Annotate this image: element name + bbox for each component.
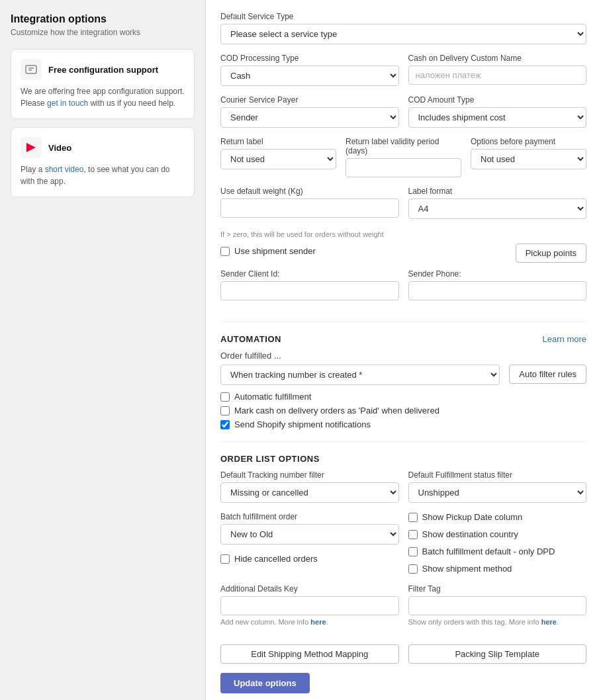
fulfillment-trigger-select[interactable]: When tracking number is created * <box>220 365 500 385</box>
pickup-points-button[interactable]: Pickup points <box>516 243 586 263</box>
short-video-link[interactable]: short video <box>45 165 84 174</box>
hide-cancelled-label: Hide cancelled orders <box>234 554 318 564</box>
update-options-button[interactable]: Update options <box>220 673 310 693</box>
sender-phone-label: Sender Phone: <box>408 269 587 279</box>
batch-fulfillment-order-group: Batch fulfillment order New to Old <box>220 512 399 545</box>
main-panel: Default Service Type Please select a ser… <box>205 0 601 700</box>
sidebar-title: Integration options <box>11 13 195 25</box>
add-column-here-link[interactable]: here <box>310 618 326 626</box>
send-shopify-checkbox[interactable] <box>220 420 230 429</box>
use-shipment-sender-row: Use shipment sender <box>220 246 316 256</box>
show-shipment-method-row: Show shipment method <box>408 564 587 574</box>
config-icon <box>21 59 42 80</box>
cod-processing-type-select[interactable]: Cash <box>220 66 399 86</box>
filters-row: Default Tracking number filter Missing o… <box>220 470 586 512</box>
automatic-fulfillment-label: Automatic fulfillment <box>234 392 311 402</box>
fulfillment-status-filter-select[interactable]: Unshipped <box>408 482 587 503</box>
config-card-title: Free configuration support <box>48 65 158 75</box>
play-icon <box>21 137 42 158</box>
default-service-type-select[interactable]: Please select a service type <box>220 24 586 44</box>
default-weight-group: Use default weight (Kg) 0.0 <box>220 187 399 219</box>
use-shipment-sender-checkbox[interactable] <box>220 247 230 256</box>
batch-fulfillment-order-select[interactable]: New to Old <box>220 524 399 545</box>
hide-cancelled-checkbox[interactable] <box>220 554 230 564</box>
fulfillment-status-filter-group: Default Fulfillment status filter Unship… <box>408 470 587 503</box>
hide-cancelled-row: Hide cancelled orders <box>220 554 399 564</box>
mark-paid-checkbox[interactable] <box>220 406 230 416</box>
automation-section-header: AUTOMATION Learn more <box>220 334 586 344</box>
config-support-card: Free configuration support We are offeri… <box>11 49 195 119</box>
edit-shipping-method-button[interactable]: Edit Shipping Method Mapping <box>220 644 399 664</box>
auto-filter-rules-button[interactable]: Auto filter rules <box>509 365 586 384</box>
svg-rect-0 <box>26 66 36 73</box>
default-service-type-label: Default Service Type <box>220 12 586 21</box>
sender-client-id-group: Sender Client Id: <box>220 269 399 300</box>
order-list-title: ORDER LIST OPTIONS <box>220 454 320 464</box>
courier-service-payer-group: Courier Service Payer Sender <box>220 95 399 128</box>
sidebar-subtitle: Customize how the integration works <box>11 28 195 37</box>
cod-custom-name-label: Cash on Delivery Custom Name <box>408 54 587 63</box>
filter-tag-input[interactable] <box>408 596 587 615</box>
right-checkboxes-col: Show Pickup Date column Show destination… <box>408 512 587 578</box>
return-validity-input[interactable]: 30 <box>346 158 461 177</box>
cod-custom-name-group: Cash on Delivery Custom Name <box>408 54 587 86</box>
weight-hint: If > zero, this will be used for orders … <box>220 230 586 238</box>
automation-checkbox-2: Send Shopify shipment notifications <box>220 419 586 429</box>
automation-checkbox-0: Automatic fulfillment <box>220 392 586 402</box>
automation-checkbox-1: Mark cash on delivery orders as 'Paid' w… <box>220 406 586 416</box>
packing-slip-template-button[interactable]: Packing Slip Template <box>408 644 587 664</box>
additional-details-key-input[interactable] <box>220 596 399 615</box>
show-orders-here-link[interactable]: here <box>541 618 557 626</box>
default-weight-label: Use default weight (Kg) <box>220 187 399 196</box>
default-weight-input[interactable]: 0.0 <box>220 198 399 218</box>
mark-paid-label: Mark cash on delivery orders as 'Paid' w… <box>234 406 439 416</box>
show-destination-checkbox[interactable] <box>408 530 418 539</box>
options-before-payment-select[interactable]: Not used <box>471 149 586 169</box>
tracking-filter-select[interactable]: Missing or cancelled <box>220 482 399 503</box>
show-destination-row: Show destination country <box>408 529 587 539</box>
batch-checkboxes-row: Batch fulfillment order New to Old Hide … <box>220 512 586 578</box>
sender-phone-group: Sender Phone: <box>408 269 587 300</box>
cod-amount-type-select[interactable]: Includes shipment cost <box>408 107 587 128</box>
weight-label-row: Use default weight (Kg) 0.0 Label format… <box>220 187 586 228</box>
sender-client-id-label: Sender Client Id: <box>220 269 399 279</box>
sender-row: Sender Client Id: Sender Phone: <box>220 269 586 310</box>
sidebar: Integration options Customize how the in… <box>0 0 205 700</box>
get-in-touch-link[interactable]: get in touch <box>47 99 88 108</box>
label-format-label: Label format <box>408 187 587 196</box>
return-label-label: Return label <box>220 137 336 146</box>
cod-processing-type-label: COD Processing Type <box>220 54 399 63</box>
cod-custom-name-input[interactable] <box>408 66 587 85</box>
return-validity-label: Return label validity period (days) <box>346 137 461 155</box>
use-shipment-sender-label: Use shipment sender <box>234 246 316 256</box>
show-shipment-method-checkbox[interactable] <box>408 564 418 574</box>
automatic-fulfillment-checkbox[interactable] <box>220 392 230 402</box>
action-buttons-row: Edit Shipping Method Mapping Packing Sli… <box>220 644 586 664</box>
return-label-row: Return label Not used Return label valid… <box>220 137 586 187</box>
order-list-section-header: ORDER LIST OPTIONS <box>220 454 586 464</box>
video-card-text: Play a short video, to see what you can … <box>21 163 185 187</box>
fulfillment-status-filter-label: Default Fulfillment status filter <box>408 470 587 480</box>
options-before-payment-label: Options before payment <box>471 137 586 146</box>
tracking-filter-label: Default Tracking number filter <box>220 470 399 480</box>
automation-title: AUTOMATION <box>220 334 281 344</box>
show-pickup-date-row: Show Pickup Date column <box>408 512 587 522</box>
sender-client-id-input[interactable] <box>220 281 399 300</box>
batch-fulfillment-order-label: Batch fulfillment order <box>220 512 399 521</box>
label-format-select[interactable]: A4 <box>408 198 587 219</box>
automation-learn-more[interactable]: Learn more <box>543 334 586 344</box>
courier-service-payer-select[interactable]: Sender <box>220 107 399 128</box>
add-column-hint: Add new column. More info here. <box>220 618 399 626</box>
additional-filter-row: Additional Details Key Add new column. M… <box>220 584 586 635</box>
batch-only-dpd-checkbox[interactable] <box>408 547 418 556</box>
automation-checkboxes: Automatic fulfillment Mark cash on deliv… <box>220 392 586 429</box>
cod-amount-type-group: COD Amount Type Includes shipment cost <box>408 95 587 128</box>
return-label-select[interactable]: Not used <box>220 149 336 169</box>
show-pickup-date-checkbox[interactable] <box>408 513 418 522</box>
sender-phone-input[interactable] <box>408 281 587 300</box>
options-before-payment-group: Options before payment Not used <box>471 137 586 177</box>
courier-service-payer-label: Courier Service Payer <box>220 95 399 105</box>
batch-only-dpd-row: Batch fulfillment default - only DPD <box>408 547 587 556</box>
additional-details-key-label: Additional Details Key <box>220 584 399 593</box>
filter-tag-label: Filter Tag <box>408 584 587 593</box>
